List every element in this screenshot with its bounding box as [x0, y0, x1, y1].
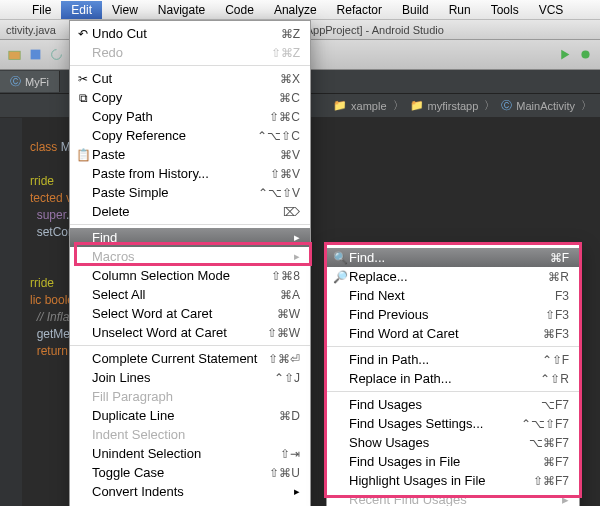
edit-menu-item-redo: Redo⇧⌘Z — [70, 43, 310, 62]
menubar-item-navigate[interactable]: Navigate — [148, 1, 215, 19]
find-menu-item-highlight-usages-in-file[interactable]: Highlight Usages in File⇧⌘F7 — [327, 471, 579, 490]
edit-menu-item-toggle-case[interactable]: Toggle Case⇧⌘U — [70, 463, 310, 482]
find-menu-item-find-usages[interactable]: Find Usages⌥F7 — [327, 395, 579, 414]
edit-menu-item-join-lines[interactable]: Join Lines⌃⇧J — [70, 368, 310, 387]
menu-item-label: Macros — [92, 249, 294, 264]
menu-item-label: Find in Path... — [349, 352, 542, 367]
find-menu-item-show-usages[interactable]: Show Usages⌥⌘F7 — [327, 433, 579, 452]
menu-item-shortcut: ⌘W — [277, 307, 300, 321]
menu-item-shortcut: ⌃⇧R — [540, 372, 569, 386]
breadcrumb-pkg1[interactable]: 📁xample — [333, 99, 386, 112]
menubar-item-build[interactable]: Build — [392, 1, 439, 19]
edit-menu-item-column-selection-mode[interactable]: Column Selection Mode⇧⌘8 — [70, 266, 310, 285]
menu-item-label: Fill Paragraph — [92, 389, 300, 404]
menu-item-shortcut: ⌥F7 — [541, 398, 569, 412]
edit-menu-item-copy[interactable]: ⧉Copy⌘C — [70, 88, 310, 107]
menu-item-label: Delete — [92, 204, 283, 219]
menu-item-label: Replace in Path... — [349, 371, 540, 386]
find-menu-item-find-in-path-[interactable]: Find in Path...⌃⇧F — [327, 350, 579, 369]
title-left: ctivity.java — [6, 24, 56, 36]
menubar-item-analyze[interactable]: Analyze — [264, 1, 327, 19]
edit-menu-item-paste[interactable]: 📋Paste⌘V — [70, 145, 310, 164]
breadcrumb-class[interactable]: ⒸMainActivity — [501, 98, 575, 113]
edit-menu-item-paste-from-history-[interactable]: Paste from History...⇧⌘V — [70, 164, 310, 183]
edit-menu-item-copy-reference[interactable]: Copy Reference⌃⌥⇧C — [70, 126, 310, 145]
edit-menu-item-undo-cut[interactable]: ↶Undo Cut⌘Z — [70, 24, 310, 43]
breadcrumb-pkg2[interactable]: 📁myfirstapp — [410, 99, 479, 112]
menu-item-shortcut: ⌘R — [548, 270, 569, 284]
menubar-item-tools[interactable]: Tools — [481, 1, 529, 19]
menu-item-label: Recent Find Usages — [349, 492, 562, 506]
run-icon[interactable] — [558, 48, 571, 61]
find-menu-item-find-next[interactable]: Find NextF3 — [327, 286, 579, 305]
menubar-item-edit[interactable]: Edit — [61, 1, 102, 19]
find-submenu: 🔍Find...⌘F🔎Replace...⌘RFind NextF3Find P… — [326, 244, 580, 506]
menubar-item-code[interactable]: Code — [215, 1, 264, 19]
edit-menu-item-unindent-selection[interactable]: Unindent Selection⇧⇥ — [70, 444, 310, 463]
menu-item-label: Duplicate Line — [92, 408, 279, 423]
find-menu-item-find-usages-settings-[interactable]: Find Usages Settings...⌃⌥⇧F7 — [327, 414, 579, 433]
find-menu-separator — [327, 346, 579, 347]
menu-item-shortcut: ⌘Z — [281, 27, 300, 41]
edit-menu-item-convert-indents[interactable]: Convert Indents▸ — [70, 482, 310, 501]
svg-rect-1 — [31, 50, 41, 60]
find-menu-item-find-word-at-caret[interactable]: Find Word at Caret⌘F3 — [327, 324, 579, 343]
editor-tab[interactable]: Ⓒ MyFi — [0, 71, 60, 92]
save-icon[interactable] — [29, 48, 42, 61]
menu-item-shortcut: ⌃⌥⇧V — [258, 186, 300, 200]
menu-item-label: Undo Cut — [92, 26, 281, 41]
menu-item-shortcut: ⇧⌘U — [269, 466, 300, 480]
edit-menu-item-delete[interactable]: Delete⌦ — [70, 202, 310, 221]
edit-menu-separator — [70, 345, 310, 346]
open-icon[interactable] — [8, 48, 21, 61]
menu-item-label: Paste Simple — [92, 185, 258, 200]
↶-icon: ↶ — [74, 27, 92, 41]
submenu-arrow-icon: ▸ — [294, 250, 300, 263]
menu-item-shortcut: ⌘C — [279, 91, 300, 105]
menu-item-label: Cut — [92, 71, 280, 86]
find-menu-item-replace-in-path-[interactable]: Replace in Path...⌃⇧R — [327, 369, 579, 388]
menu-item-label: Find Usages Settings... — [349, 416, 521, 431]
menu-item-shortcut: F3 — [555, 289, 569, 303]
edit-menu-item-macros: Macros▸ — [70, 247, 310, 266]
find-menu-item-find-usages-in-file[interactable]: Find Usages in File⌘F7 — [327, 452, 579, 471]
menu-item-label: Unselect Word at Caret — [92, 325, 267, 340]
menu-item-shortcut: ⇧⌘F7 — [533, 474, 569, 488]
find-menu-item-find-previous[interactable]: Find Previous⇧F3 — [327, 305, 579, 324]
✂-icon: ✂ — [74, 72, 92, 86]
menu-item-label: Redo — [92, 45, 271, 60]
menubar-item-vcs[interactable]: VCS — [529, 1, 574, 19]
🔍-icon: 🔍 — [331, 251, 349, 265]
find-menu-item-recent-find-usages: Recent Find Usages▸ — [327, 490, 579, 506]
find-menu-item-find-[interactable]: 🔍Find...⌘F — [327, 248, 579, 267]
edit-menu-item-duplicate-line[interactable]: Duplicate Line⌘D — [70, 406, 310, 425]
find-menu-item-replace-[interactable]: 🔎Replace...⌘R — [327, 267, 579, 286]
edit-menu-item-next-parameter[interactable]: Next Parameter⇥ — [70, 501, 310, 506]
debug-icon[interactable] — [579, 48, 592, 61]
menu-item-label: Copy Reference — [92, 128, 257, 143]
menu-item-shortcut: ⌃⇧F — [542, 353, 569, 367]
edit-menu-separator — [70, 65, 310, 66]
svg-rect-0 — [9, 51, 20, 59]
menu-item-shortcut: ⌘A — [280, 288, 300, 302]
edit-menu-item-complete-current-statement[interactable]: Complete Current Statement⇧⌘⏎ — [70, 349, 310, 368]
edit-menu-item-copy-path[interactable]: Copy Path⇧⌘C — [70, 107, 310, 126]
edit-menu-item-find[interactable]: Find▸ — [70, 228, 310, 247]
menu-item-shortcut: ⌘D — [279, 409, 300, 423]
edit-menu-item-paste-simple[interactable]: Paste Simple⌃⌥⇧V — [70, 183, 310, 202]
menu-item-shortcut: ⇧⌘⏎ — [268, 352, 300, 366]
svg-point-2 — [581, 50, 589, 58]
menubar-item-refactor[interactable]: Refactor — [327, 1, 392, 19]
menu-item-shortcut: ⇧F3 — [545, 308, 569, 322]
refresh-icon[interactable] — [50, 48, 63, 61]
menubar-item-file[interactable]: File — [22, 1, 61, 19]
menu-item-label: Find Next — [349, 288, 555, 303]
edit-menu-item-cut[interactable]: ✂Cut⌘X — [70, 69, 310, 88]
edit-menu-item-select-word-at-caret[interactable]: Select Word at Caret⌘W — [70, 304, 310, 323]
edit-menu-separator — [70, 224, 310, 225]
menubar-item-view[interactable]: View — [102, 1, 148, 19]
menubar-item-run[interactable]: Run — [439, 1, 481, 19]
menu-item-label: Replace... — [349, 269, 548, 284]
edit-menu-item-unselect-word-at-caret[interactable]: Unselect Word at Caret⇧⌘W — [70, 323, 310, 342]
edit-menu-item-select-all[interactable]: Select All⌘A — [70, 285, 310, 304]
